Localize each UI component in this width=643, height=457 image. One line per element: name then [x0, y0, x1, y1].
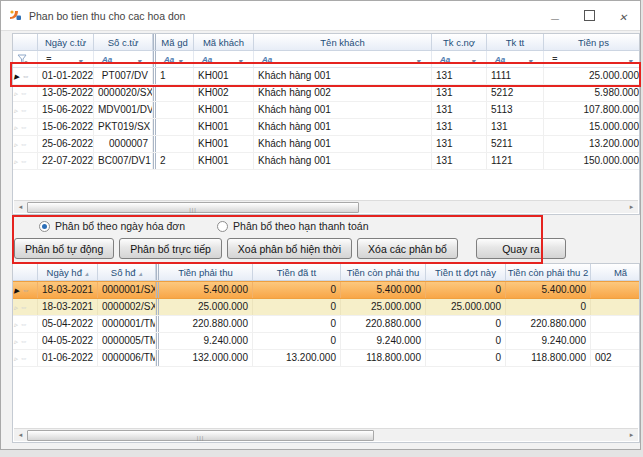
delete-current-allocation-button[interactable]: Xoá phân bổ hiện thời: [227, 238, 352, 259]
header-so-ctu[interactable]: Số c.từ: [94, 34, 153, 50]
filter-ma-khach[interactable]: Aa: [194, 51, 254, 67]
cell-tk-cno[interactable]: 131: [432, 85, 487, 101]
cell-tk-cno[interactable]: 131: [432, 68, 487, 84]
scrollbar-thumb[interactable]: [27, 202, 359, 213]
cell-tien-phai-thu[interactable]: 25.000.000: [156, 299, 253, 315]
cell-ma[interactable]: [591, 316, 640, 332]
cell-ma-khach[interactable]: KH001: [194, 68, 254, 84]
cell-tien-phai-thu[interactable]: 9.240.000: [156, 333, 253, 349]
detail-expand-icon[interactable]: [20, 299, 28, 315]
cell-tien-tt-dot-nay[interactable]: 0: [426, 316, 506, 332]
cell-so-ctu[interactable]: 0000007: [94, 136, 153, 152]
detail-expand-icon[interactable]: [21, 68, 29, 84]
cell-so-hd[interactable]: 0000006/TM: [98, 350, 156, 366]
detail-expand-icon[interactable]: [20, 85, 28, 101]
scroll-right-icon[interactable]: [625, 429, 638, 441]
cell-ma-khach[interactable]: KH001: [194, 136, 254, 152]
cell-ma[interactable]: 002: [591, 350, 640, 366]
cell-ma-gd[interactable]: [153, 102, 194, 118]
table-row[interactable]: 01-01-2022 PT007/DV 1 KH001 Khách hàng 0…: [13, 68, 639, 85]
cell-ma-gd[interactable]: [153, 119, 194, 135]
cell-tien-phai-thu[interactable]: 5.400.000: [156, 282, 253, 298]
cell-tk-cno[interactable]: 131: [432, 119, 487, 135]
table-row[interactable]: 13-05-2022 0000020/SX KH002 Khách hàng 0…: [13, 85, 639, 102]
filter-funnel-cell[interactable]: [13, 51, 38, 67]
cell-tk-tt[interactable]: 1111: [487, 68, 544, 84]
table-row[interactable]: 15-06-2022 PKT019/SX KH001 Khách hàng 00…: [13, 119, 639, 136]
cell-ten-khach[interactable]: Khách hàng 001: [254, 119, 432, 135]
cell-so-ctu[interactable]: PKT019/SX: [94, 119, 153, 135]
delete-all-allocations-button[interactable]: Xóa các phân bổ: [357, 238, 458, 259]
cell-tien-con-phai-thu[interactable]: 25.000.000: [341, 299, 426, 315]
cell-tien-con-phai-thu[interactable]: 9.240.000: [341, 333, 426, 349]
header-ma[interactable]: Mã: [591, 264, 640, 280]
cell-tk-cno[interactable]: 131: [432, 136, 487, 152]
header-ma-khach[interactable]: Mã khách: [194, 34, 254, 50]
cell-ngay-ctu[interactable]: 13-05-2022: [38, 85, 94, 101]
header-ten-khach[interactable]: Tên khách: [254, 34, 432, 50]
header-tien-con-phai-thu[interactable]: Tiền còn phải thu: [341, 264, 426, 280]
detail-expand-icon[interactable]: [21, 282, 29, 298]
cell-ngay-ctu[interactable]: 15-06-2022: [38, 119, 94, 135]
cell-tien-con-phai-thu-2[interactable]: 9.240.000: [506, 333, 591, 349]
cell-tk-cno[interactable]: 131: [432, 102, 487, 118]
cell-so-ctu[interactable]: 0000020/SX: [94, 85, 153, 101]
cell-ten-khach[interactable]: Khách hàng 002: [254, 85, 432, 101]
cell-tien-ps[interactable]: 5.980.000: [544, 85, 640, 101]
cell-ten-khach[interactable]: Khách hàng 001: [254, 102, 432, 118]
cell-so-hd[interactable]: 0000005/TM1: [98, 333, 156, 349]
filter-ten-khach[interactable]: Aa: [254, 51, 432, 67]
header-tk-tt[interactable]: Tk tt: [487, 34, 544, 50]
cell-tk-tt[interactable]: 1121: [487, 153, 544, 169]
cell-ma[interactable]: [591, 299, 640, 315]
header-ma-gd[interactable]: Mã gd: [153, 34, 194, 50]
cell-tk-tt[interactable]: 5212: [487, 85, 544, 101]
cell-tien-ps[interactable]: 15.000.000: [544, 119, 640, 135]
scroll-left-icon[interactable]: [14, 429, 27, 441]
header-tk-cno[interactable]: Tk c.nợ: [432, 34, 487, 50]
cell-tien-con-phai-thu-2[interactable]: 5.400.000: [506, 282, 591, 298]
detail-expand-icon[interactable]: [20, 119, 28, 135]
cell-ngay-hd[interactable]: 18-03-2021: [38, 282, 98, 298]
cell-tien-tt-dot-nay[interactable]: 0: [426, 333, 506, 349]
detail-expand-icon[interactable]: [20, 333, 28, 349]
cell-tien-phai-thu[interactable]: 132.000.000: [156, 350, 253, 366]
cell-ngay-ctu[interactable]: 01-01-2022: [38, 68, 94, 84]
cell-so-hd[interactable]: 0000002/SX: [98, 299, 156, 315]
cell-tien-con-phai-thu[interactable]: 220.880.000: [341, 316, 426, 332]
filter-ma-gd[interactable]: Aa: [153, 51, 194, 67]
filter-so-ctu[interactable]: Aa: [94, 51, 153, 67]
cell-ngay-ctu[interactable]: 25-06-2022: [38, 136, 94, 152]
cell-ma-gd[interactable]: 1: [153, 68, 194, 84]
cell-ten-khach[interactable]: Khách hàng 001: [254, 68, 432, 84]
cell-so-hd[interactable]: 0000001/SX: [98, 282, 156, 298]
header-tien-con-phai-thu-2[interactable]: Tiền còn phải thu 2: [506, 264, 591, 280]
scroll-left-icon[interactable]: [14, 201, 27, 213]
cell-ngay-hd[interactable]: 18-03-2021: [38, 299, 98, 315]
cell-tien-ps[interactable]: 150.000.000: [544, 153, 640, 169]
cell-tk-tt[interactable]: 131: [487, 119, 544, 135]
detail-expand-icon[interactable]: [20, 136, 28, 152]
scroll-right-icon[interactable]: [625, 201, 638, 213]
cell-tien-ps[interactable]: 13.200.000: [544, 136, 640, 152]
cell-ma-khach[interactable]: KH001: [194, 102, 254, 118]
header-tien-tt-dot-nay[interactable]: Tiền tt đợt này: [426, 264, 506, 280]
radio-by-due-date[interactable]: [217, 221, 228, 232]
detail-expand-icon[interactable]: [20, 153, 28, 169]
direct-allocate-button[interactable]: Phân bổ trực tiếp: [119, 238, 222, 259]
cell-ma-khach[interactable]: KH001: [194, 119, 254, 135]
cell-tien-tt-dot-nay[interactable]: 25.000.000: [426, 299, 506, 315]
cell-tk-tt[interactable]: 5211: [487, 136, 544, 152]
cell-so-ctu[interactable]: PT007/DV: [94, 68, 153, 84]
table-row[interactable]: 01-06-2022 0000006/TM 132.000.000 13.200…: [13, 350, 639, 367]
filter-tk-cno[interactable]: Aa: [432, 51, 487, 67]
detail-expand-icon[interactable]: [20, 102, 28, 118]
cell-ngay-hd[interactable]: 04-05-2022: [38, 333, 98, 349]
table-row[interactable]: 22-07-2022 BC007/DV1 2 KH001 Khách hàng …: [13, 153, 639, 170]
cell-tien-da-tt[interactable]: 0: [253, 316, 341, 332]
back-button[interactable]: Quay ra: [476, 238, 566, 259]
header-ngay-ctu[interactable]: Ngày c.từ: [38, 34, 94, 50]
detail-expand-icon[interactable]: [20, 350, 28, 366]
cell-tien-con-phai-thu-2[interactable]: 220.880.000: [506, 316, 591, 332]
header-ngay-hd[interactable]: Ngày hđ: [38, 264, 98, 280]
